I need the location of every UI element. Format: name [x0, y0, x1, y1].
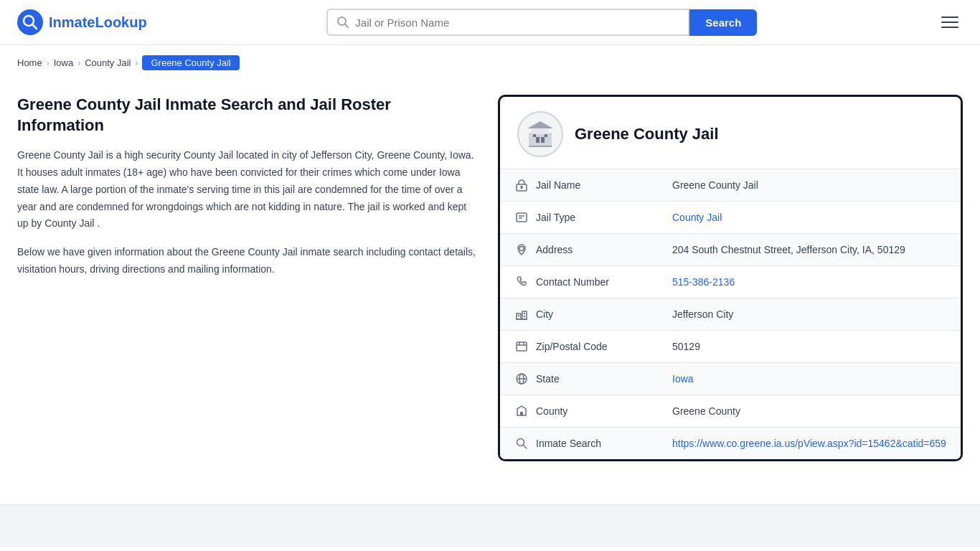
svg-rect-11 [529, 146, 552, 147]
page-title: Greene County Jail Inmate Search and Jai… [17, 95, 476, 136]
svg-rect-4 [529, 133, 552, 147]
row-label: Address [536, 244, 573, 255]
table-row: City Jefferson City [500, 298, 961, 331]
row-label: Zip/Postal Code [536, 341, 608, 352]
county-icon [514, 404, 529, 418]
main-content: Greene County Jail Inmate Search and Jai… [0, 80, 980, 476]
row-value-link[interactable]: https://www.co.greene.ia.us/pView.aspx?i… [672, 438, 946, 449]
row-value-link[interactable]: County Jail [672, 212, 722, 223]
info-card: Greene County Jail Jail Name Greene Coun… [498, 95, 963, 461]
row-label: County [536, 405, 567, 417]
row-value: Jefferson City [658, 298, 961, 331]
svg-line-34 [524, 446, 527, 449]
city-icon [514, 307, 529, 321]
breadcrumb-home[interactable]: Home [17, 57, 42, 68]
svg-rect-10 [545, 134, 547, 137]
zip-icon [514, 339, 529, 354]
hamburger-line [941, 27, 958, 28]
jail-icon [514, 178, 529, 192]
row-label: State [536, 373, 560, 385]
phone-icon [514, 275, 529, 289]
building-icon [524, 118, 556, 150]
search-button[interactable]: Search [689, 9, 757, 36]
svg-rect-14 [521, 186, 523, 189]
svg-line-3 [345, 24, 349, 28]
row-label: Jail Name [536, 179, 580, 191]
svg-rect-23 [524, 313, 525, 314]
breadcrumb-county-jail[interactable]: County Jail [85, 57, 131, 68]
left-column: Greene County Jail Inmate Search and Jai… [17, 95, 476, 290]
svg-rect-5 [532, 128, 549, 134]
info-table: Jail Name Greene County Jail Jail Type C… [500, 169, 961, 459]
hamburger-line [941, 22, 958, 23]
svg-rect-9 [533, 134, 536, 137]
table-row: Inmate Search https://www.co.greene.ia.u… [500, 428, 961, 460]
svg-rect-24 [524, 316, 525, 317]
page-description-1: Greene County Jail is a high security Co… [17, 147, 476, 232]
address-icon [514, 242, 529, 257]
row-label: City [536, 309, 553, 320]
svg-rect-8 [541, 137, 545, 143]
card-header: Greene County Jail [500, 97, 961, 169]
table-row: Address 204 South Chestnut Street, Jeffe… [500, 234, 961, 266]
globe-icon [514, 372, 529, 386]
row-value: Greene County [658, 395, 961, 428]
jail-avatar [517, 111, 563, 157]
svg-rect-15 [517, 213, 527, 222]
table-row: State Iowa [500, 363, 961, 395]
table-row: Zip/Postal Code 50129 [500, 331, 961, 363]
row-value: 204 South Chestnut Street, Jefferson Cit… [658, 234, 961, 266]
search-area: Search [326, 9, 757, 36]
table-row: Contact Number 515-386-2136 [500, 266, 961, 298]
row-label: Contact Number [536, 276, 609, 288]
card-title: Greene County Jail [575, 125, 719, 143]
table-row: County Greene County [500, 395, 961, 428]
svg-rect-22 [518, 315, 519, 316]
svg-rect-7 [536, 137, 540, 143]
svg-marker-6 [527, 121, 553, 128]
breadcrumb-current: Greene County Jail [142, 55, 239, 70]
row-value: Greene County Jail [658, 169, 961, 202]
row-label: Jail Type [536, 212, 575, 223]
search-input[interactable] [355, 17, 679, 29]
hamburger-line [941, 17, 958, 18]
table-row: Jail Name Greene County Jail [500, 169, 961, 202]
logo: InmateLookup [17, 9, 147, 35]
search-input-wrapper [326, 9, 689, 36]
footer-bar [0, 504, 980, 547]
svg-rect-32 [520, 412, 523, 415]
svg-rect-20 [522, 311, 527, 319]
search-icon [336, 16, 349, 29]
row-label: Inmate Search [536, 438, 601, 449]
logo-text: InmateLookup [49, 14, 147, 31]
chevron-icon: › [77, 58, 80, 68]
search-icon [514, 436, 529, 451]
page-description-2: Below we have given information about th… [17, 244, 476, 278]
breadcrumb: Home › Iowa › County Jail › Greene Count… [0, 45, 980, 80]
chevron-icon: › [135, 58, 138, 68]
row-value-link[interactable]: 515-386-2136 [672, 276, 735, 288]
row-value-link[interactable]: Iowa [672, 373, 694, 385]
header: InmateLookup Search [0, 0, 980, 45]
svg-point-18 [519, 247, 524, 251]
svg-line-1 [33, 25, 37, 29]
row-value: 50129 [658, 331, 961, 363]
table-row: Jail Type County Jail [500, 202, 961, 234]
hamburger-menu[interactable] [937, 12, 963, 32]
logo-icon [17, 9, 43, 35]
svg-rect-25 [517, 342, 527, 351]
breadcrumb-iowa[interactable]: Iowa [54, 57, 73, 68]
chevron-icon: › [47, 58, 50, 68]
type-icon [514, 210, 529, 225]
